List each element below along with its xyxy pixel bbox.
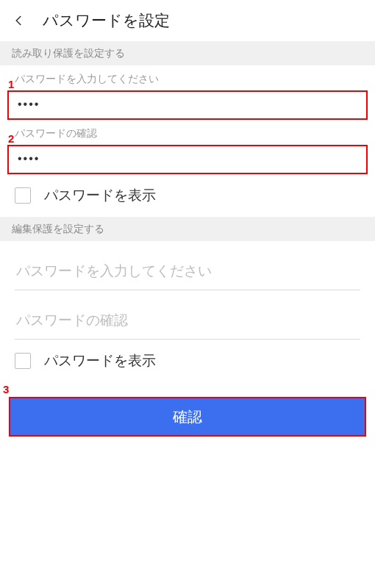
section-label-read-protect: 読み取り保護を設定する [0,41,375,65]
annotation-3: 3 [3,384,9,395]
section-label-edit-protect: 編集保護を設定する [0,217,375,241]
read-show-password-row: パスワードを表示 [0,174,375,217]
read-password-block: パスワードを入力してください 1 [0,65,375,120]
annotation-2: 2 [8,133,14,144]
edit-confirm-input[interactable]: パスワードの確認 [0,290,375,339]
read-show-password-checkbox[interactable] [15,187,31,204]
read-confirm-label: パスワードの確認 [7,120,368,145]
edit-show-password-row: パスワードを表示 [0,340,375,382]
read-password-label: パスワードを入力してください [7,65,368,90]
read-confirm-input-wrap: 2 [7,145,368,174]
back-icon[interactable] [9,10,29,31]
read-password-input[interactable] [9,92,366,118]
edit-password-input[interactable]: パスワードを入力してください [0,241,375,290]
confirm-button[interactable]: 確認 [10,398,365,435]
read-password-input-wrap: 1 [7,90,368,120]
header: パスワードを設定 [0,0,375,41]
read-confirm-input[interactable] [9,146,366,173]
read-confirm-block: パスワードの確認 2 [0,120,375,174]
confirm-button-wrap: 3 確認 [9,397,366,437]
edit-show-password-label: パスワードを表示 [44,351,156,370]
read-show-password-label: パスワードを表示 [44,186,156,205]
page-title: パスワードを設定 [43,10,170,31]
edit-show-password-checkbox[interactable] [15,353,31,369]
annotation-1: 1 [8,79,14,90]
